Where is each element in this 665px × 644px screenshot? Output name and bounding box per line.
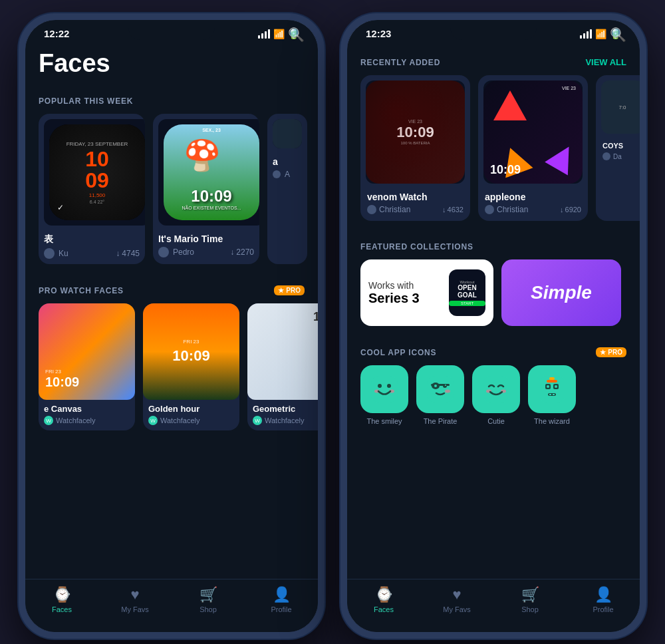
- pirate-svg: [424, 373, 456, 405]
- tab-bar-right: ⌚ Faces ♥ My Favs 🛒 Shop 👤 Profile: [347, 579, 640, 632]
- apple-info: appleone Christian ↓6920: [478, 189, 588, 221]
- shop-tab-label-right: Shop: [521, 605, 539, 613]
- screen-content-left[interactable]: 🔍 Faces POPULAR THIS WEEK: [25, 20, 318, 632]
- geometric-info: Geometric W Watchfacely: [247, 400, 318, 430]
- series3-text: Works with Series 3: [368, 280, 444, 306]
- apple-date: VIE 23: [562, 86, 576, 90]
- svg-point-11: [445, 390, 450, 393]
- collection-simple[interactable]: Simple: [501, 259, 621, 326]
- tab-myfavs-left[interactable]: ♥ My Favs: [112, 586, 158, 613]
- pro-card-geometric[interactable]: 10:0 Geometric W Watchfacely: [247, 303, 318, 430]
- faces-tab-icon-right: ⌚: [375, 586, 393, 603]
- svg-rect-22: [548, 393, 556, 396]
- partial-meta: A: [273, 170, 302, 179]
- app-icon-cutie[interactable]: Cutie: [472, 365, 520, 425]
- faces-tab-label-left: Faces: [52, 605, 72, 613]
- profile-tab-label-left: Profile: [271, 605, 291, 613]
- watch-card-nike[interactable]: FRIDAY, 23 SEPTEMBER 1009 11,500 ✓ 6.4 2…: [39, 114, 145, 264]
- apple-meta: Christian ↓6920: [485, 205, 581, 214]
- profile-tab-icon-right: 👤: [595, 586, 612, 603]
- tab-profile-right[interactable]: 👤 Profile: [580, 586, 626, 613]
- phone-frame-right: 12:23 📶 🔋 Faces: [340, 13, 646, 639]
- tab-myfavs-right[interactable]: ♥ My Favs: [434, 586, 480, 613]
- download-arrow-mario: ↓: [230, 247, 234, 257]
- svg-rect-20: [547, 380, 557, 383]
- canvas-title: e Canvas: [44, 404, 130, 414]
- tab-shop-right[interactable]: 🛒 Shop: [507, 586, 553, 613]
- nike-steps: 11,500: [66, 192, 128, 198]
- golden-date: FRI 23: [183, 339, 199, 345]
- canvas-info: e Canvas W Watchfacely: [39, 400, 135, 430]
- triangle-purple: [545, 140, 581, 176]
- watch-card-mario[interactable]: SEX., 23 10:09 NÃO EXISTEM EVENTOS... 🍄: [153, 114, 259, 264]
- nike-downloads: ↓ 4745: [116, 249, 140, 258]
- app-icons-scroll[interactable]: The smiley: [347, 365, 640, 436]
- cutie-label: Cutie: [487, 417, 505, 425]
- series3-watch-img: Workout OPEN GOAL START: [449, 269, 485, 316]
- recently-title: RECENTLY ADDED: [360, 58, 440, 67]
- svg-rect-24: [553, 394, 555, 395]
- golden-info: Golden hour W Watchfacely: [143, 400, 239, 430]
- phone-right: 12:23 📶 🔋 Faces: [340, 13, 646, 639]
- tab-faces-left[interactable]: ⌚ Faces: [39, 586, 85, 613]
- geometric-meta: W Watchfacely: [253, 416, 318, 425]
- svg-point-19: [555, 385, 557, 388]
- profile-tab-icon-left: 👤: [273, 586, 291, 603]
- golden-face: FRI 23 10:09: [143, 303, 239, 400]
- shop-tab-icon-left: 🛒: [200, 586, 217, 603]
- view-all-button[interactable]: VIEW ALL: [585, 57, 626, 67]
- partial-avatar: [273, 170, 281, 178]
- nike-face: FRIDAY, 23 SEPTEMBER 1009 11,500 ✓ 6.4 2…: [49, 124, 145, 220]
- mario-card-info: It's Mario Time Pedro ↓ 2270: [153, 231, 259, 263]
- nike-card-title: 表: [44, 234, 140, 245]
- svg-rect-23: [549, 394, 551, 395]
- golden-img: FRI 23 10:09: [143, 303, 239, 400]
- star-icon-pro: ★: [278, 287, 284, 294]
- collection-series3[interactable]: Works with Series 3 Workout OPEN GOAL ST…: [360, 259, 493, 326]
- myfavs-tab-icon-left: ♥: [130, 586, 139, 603]
- triangle-red: [493, 90, 527, 120]
- app-icon-wizard[interactable]: The wizard: [528, 365, 576, 425]
- recently-card-apple[interactable]: VIE 23 10:09 appleone Christian: [478, 75, 588, 221]
- app-icon-smiley[interactable]: The smiley: [360, 365, 408, 425]
- watch-card-partial[interactable]: a A: [267, 114, 307, 264]
- series3-title: Series 3: [368, 291, 444, 306]
- notch-left: [128, 20, 215, 40]
- recently-added-scroll[interactable]: VIE 23 10:09 100 % BATERIA veno: [347, 75, 640, 232]
- apple-avatar: [485, 205, 494, 214]
- apple-time: 10:09: [490, 163, 521, 177]
- tab-profile-left[interactable]: 👤 Profile: [258, 586, 305, 613]
- mario-date: SEX., 23: [164, 128, 259, 132]
- mario-face-display: SEX., 23 10:09 NÃO EXISTEM EVENTOS... 🍄: [164, 124, 259, 220]
- screen-right: 12:23 📶 🔋 Faces: [347, 20, 640, 632]
- tab-shop-left[interactable]: 🛒 Shop: [185, 586, 231, 613]
- pro-cards-scroll[interactable]: FRI 23 10:09 e Canvas W Watchfacely: [25, 303, 318, 441]
- app-icon-pirate[interactable]: The Pirate: [416, 365, 464, 425]
- search-button-right[interactable]: 🔍: [610, 27, 626, 43]
- apple-downloads: ↓6920: [560, 206, 581, 214]
- pro-card-canvas[interactable]: FRI 23 10:09 e Canvas W Watchfacely: [39, 303, 135, 430]
- pro-card-golden[interactable]: FRI 23 10:09 Golden hour W Watchfacely: [143, 303, 239, 430]
- golden-author: Watchfacely: [160, 416, 200, 424]
- tab-bar-left: ⌚ Faces ♥ My Favs 🛒 Shop 👤 Profile: [25, 579, 318, 632]
- popular-title: POPULAR THIS WEEK: [39, 96, 133, 106]
- myfavs-tab-icon-right: ♥: [452, 586, 461, 603]
- apple-author: Christian: [497, 205, 528, 214]
- popular-cards-scroll[interactable]: FRIDAY, 23 SEPTEMBER 1009 11,500 ✓ 6.4 2…: [25, 114, 318, 275]
- recently-card-coys-partial[interactable]: 7:0 COYS Da: [596, 75, 640, 221]
- recently-card-venom[interactable]: VIE 23 10:09 100 % BATERIA veno: [360, 75, 470, 221]
- tab-faces-right[interactable]: ⌚ Faces: [360, 586, 407, 613]
- pro-badge-left: ★ PRO: [274, 285, 305, 295]
- canvas-time: 10:09: [45, 375, 79, 390]
- pro-badge-right: ★ PRO: [596, 347, 626, 357]
- svg-point-9: [443, 384, 447, 388]
- search-button-left[interactable]: 🔍: [288, 27, 305, 43]
- collection-cards-scroll[interactable]: Works with Series 3 Workout OPEN GOAL ST…: [347, 259, 640, 337]
- screen-left: 12:22 📶 🔋 🔍: [25, 20, 318, 632]
- faces-tab-icon-left: ⌚: [53, 586, 71, 603]
- nike-avatar: [44, 248, 55, 259]
- screen-content-right[interactable]: Faces 🔍 RECENTLY ADDED VIEW ALL: [347, 20, 640, 632]
- mario-face: SEX., 23 10:09 NÃO EXISTEM EVENTOS... 🍄: [164, 124, 259, 220]
- apple-img-wrapper: VIE 23 10:09: [483, 80, 583, 184]
- canvas-date: FRI 23: [45, 369, 79, 375]
